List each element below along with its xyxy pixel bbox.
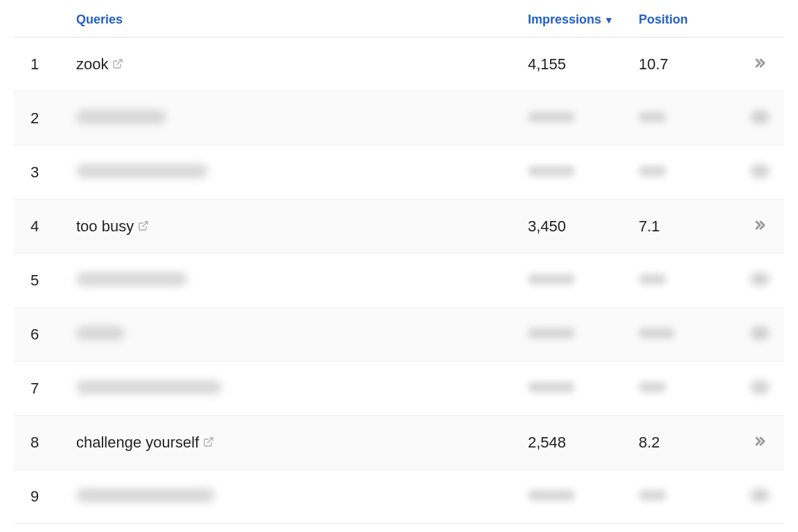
table-row: 3: [14, 145, 784, 200]
row-impressions-blurred: [528, 166, 575, 177]
row-query-text: challenge yourself: [76, 434, 199, 452]
external-link-icon[interactable]: [203, 436, 214, 447]
row-position-blurred: [639, 382, 666, 393]
row-expand-blurred: [750, 326, 770, 340]
svg-line-0: [117, 60, 122, 64]
row-rank: 6: [30, 326, 39, 343]
svg-line-2: [208, 438, 213, 443]
row-rank: 5: [30, 272, 39, 289]
chevrons-right-icon[interactable]: [750, 55, 770, 71]
row-impressions-blurred: [528, 328, 575, 339]
row-query-blurred: [76, 110, 166, 124]
row-rank: 7: [30, 380, 39, 397]
row-rank: 4: [30, 218, 39, 235]
row-query-blurred: [76, 380, 222, 394]
table-row: 9: [14, 470, 784, 524]
row-impressions-blurred: [528, 382, 575, 393]
row-position: 8.2: [639, 434, 660, 451]
table-row: 6: [14, 308, 784, 362]
row-expand-blurred: [750, 272, 770, 286]
row-query-text: zook: [76, 55, 108, 73]
row-rank: 1: [30, 55, 39, 73]
row-position-blurred: [639, 112, 666, 123]
sort-desc-icon: ▼: [604, 15, 614, 26]
row-expand-blurred: [750, 164, 770, 178]
row-rank: 2: [30, 109, 39, 127]
queries-table-container: Queries Impressions▼ Position 1zook4,155…: [0, 0, 798, 524]
row-query-blurred: [76, 164, 208, 178]
chevrons-right-icon[interactable]: [750, 433, 770, 450]
row-expand-blurred: [750, 110, 770, 124]
row-expand-blurred: [750, 488, 770, 502]
row-impressions: 2,548: [528, 434, 566, 451]
table-row: 8challenge yourself2,5488.2: [14, 416, 784, 470]
row-query-blurred: [76, 272, 187, 286]
col-header-impressions-label: Impressions: [528, 12, 601, 27]
col-header-impressions[interactable]: Impressions▼: [528, 12, 614, 27]
chevrons-right-icon[interactable]: [750, 217, 770, 233]
row-position-blurred: [639, 328, 675, 339]
col-header-position[interactable]: Position: [639, 12, 688, 27]
row-position: 7.1: [639, 218, 660, 235]
queries-table: Queries Impressions▼ Position 1zook4,155…: [14, 0, 784, 524]
row-impressions-blurred: [528, 490, 575, 501]
table-row: 5: [14, 254, 784, 308]
row-impressions-blurred: [528, 112, 575, 123]
row-position: 10.7: [639, 55, 668, 73]
table-row: 2: [14, 91, 784, 145]
row-position-blurred: [639, 274, 666, 285]
table-row: 1zook4,15510.7: [14, 37, 784, 91]
external-link-icon[interactable]: [112, 58, 123, 69]
row-expand-blurred: [750, 380, 770, 394]
table-header-row: Queries Impressions▼ Position: [14, 0, 784, 37]
row-query-blurred: [76, 488, 215, 502]
row-impressions: 4,155: [528, 55, 566, 73]
row-rank: 9: [30, 488, 39, 505]
row-impressions: 3,450: [528, 218, 566, 235]
row-query-link[interactable]: too busy: [76, 218, 149, 236]
row-impressions-blurred: [528, 274, 575, 285]
row-query-link[interactable]: zook: [76, 55, 123, 73]
row-query-blurred: [76, 326, 125, 340]
table-row: 7: [14, 362, 784, 416]
row-rank: 3: [30, 163, 39, 181]
row-query-text: too busy: [76, 218, 134, 236]
col-header-queries[interactable]: Queries: [76, 12, 123, 27]
row-rank: 8: [30, 434, 39, 451]
row-position-blurred: [639, 490, 666, 501]
row-position-blurred: [639, 166, 666, 177]
row-query-link[interactable]: challenge yourself: [76, 434, 214, 452]
external-link-icon[interactable]: [138, 220, 149, 231]
table-row: 4too busy3,4507.1: [14, 200, 784, 254]
svg-line-1: [143, 222, 148, 227]
